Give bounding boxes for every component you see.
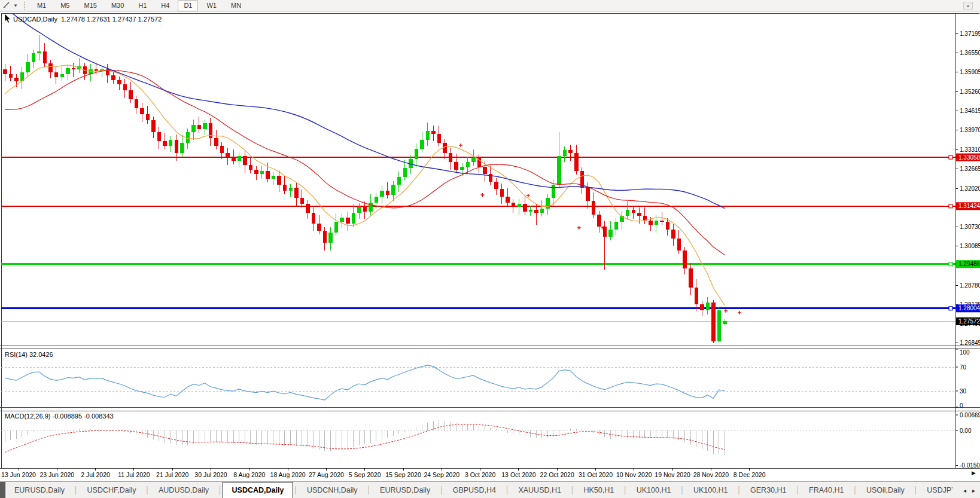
svg-text:28 Nov 2020: 28 Nov 2020 <box>693 471 729 478</box>
tab-separator: │ <box>218 482 223 498</box>
svg-text:23 Jun 2020: 23 Jun 2020 <box>39 471 74 478</box>
tab-ger30-h1[interactable]: GER30,H1 <box>741 482 795 498</box>
tab-gbpusd-h4[interactable]: GBPUSD,H4 <box>444 482 505 498</box>
tab-usdcad-daily[interactable]: USDCAD,Daily <box>223 482 294 498</box>
tab-scroll-arrows: ◂ ▸ <box>952 482 980 498</box>
tab-xauusd-h1[interactable]: XAUUSD,H1 <box>509 482 570 498</box>
tab-usdchf-daily[interactable]: USDCHF,Daily <box>78 482 145 498</box>
svg-text:-0.015075: -0.015075 <box>960 462 980 469</box>
svg-text:2 Jul 2020: 2 Jul 2020 <box>81 471 110 478</box>
svg-text:1.37195: 1.37195 <box>960 30 980 37</box>
svg-text:1.36550: 1.36550 <box>960 50 980 56</box>
tab-scroll-right-icon[interactable]: ▸ <box>972 487 975 494</box>
svg-text:1.35260: 1.35260 <box>960 88 980 95</box>
tab-eurusd-daily[interactable]: EURUSD,Daily <box>371 482 439 498</box>
svg-text:3 Oct 2020: 3 Oct 2020 <box>465 471 496 478</box>
tab-hk50-h1[interactable]: HK50,H1 <box>574 482 623 498</box>
svg-text:10 Nov 2020: 10 Nov 2020 <box>616 471 652 478</box>
scroll-to-end-arrow[interactable]: ▶ <box>972 470 976 476</box>
tab-separator: │ <box>439 482 444 498</box>
svg-text:1.29486: 1.29486 <box>958 261 980 267</box>
svg-text:1.30085: 1.30085 <box>960 243 980 249</box>
svg-text:13 Jun 2020: 13 Jun 2020 <box>1 471 36 478</box>
svg-text:1.32665: 1.32665 <box>960 166 980 172</box>
tab-uk100-h1[interactable]: UK100,H1 <box>684 482 737 498</box>
svg-text:13 Oct 2020: 13 Oct 2020 <box>501 471 535 478</box>
svg-text:1.33058: 1.33058 <box>958 154 980 161</box>
tab-separator: │ <box>145 482 150 498</box>
svg-text:0.006692: 0.006692 <box>960 412 980 418</box>
svg-text:1.34615: 1.34615 <box>960 108 980 114</box>
rsi-indicator-label: RSI(14) 32.0426 <box>5 351 53 358</box>
mouse-cursor-icon <box>4 14 12 26</box>
svg-text:1.27572: 1.27572 <box>958 318 980 325</box>
svg-text:22 Oct 2020: 22 Oct 2020 <box>540 471 574 478</box>
tab-scroll-left-icon[interactable]: ◂ <box>963 487 966 494</box>
tab-usdcnh-daily[interactable]: USDCNH,Daily <box>298 482 367 498</box>
svg-text:0: 0 <box>960 402 963 409</box>
svg-text:27 Aug 2020: 27 Aug 2020 <box>309 471 344 478</box>
svg-text:11 Jul 2020: 11 Jul 2020 <box>118 471 150 478</box>
chart-symbol-period: USDCAD,Daily <box>13 16 57 23</box>
chart-tabs-bar: EURUSD,Daily│USDCHF,Daily│AUDUSD,Daily│U… <box>0 481 980 498</box>
svg-text:24 Sep 2020: 24 Sep 2020 <box>424 471 460 478</box>
svg-text:100: 100 <box>960 349 970 356</box>
tab-separator: │ <box>293 482 298 498</box>
tab-separator: │ <box>505 482 510 498</box>
tab-separator: │ <box>680 482 684 498</box>
svg-text:1.33970: 1.33970 <box>960 127 980 133</box>
svg-text:1.32020: 1.32020 <box>960 185 980 192</box>
svg-text:21 Jul 2020: 21 Jul 2020 <box>156 471 188 478</box>
tab-separator: │ <box>367 482 372 498</box>
svg-text:1.28004: 1.28004 <box>958 305 980 311</box>
macd-indicator-label: MACD(12,26,9) -0.008895 -0.008343 <box>5 413 114 420</box>
svg-text:19 Nov 2020: 19 Nov 2020 <box>655 471 690 478</box>
svg-text:8 Dec 2020: 8 Dec 2020 <box>734 471 766 478</box>
tab-separator: │ <box>74 482 78 498</box>
tab-uk100-h1[interactable]: UK100,H1 <box>628 482 680 498</box>
tab-separator: │ <box>914 482 918 498</box>
svg-text:30: 30 <box>960 388 967 395</box>
tab-separator: │ <box>623 482 628 498</box>
chart-title: USDCAD,Daily 1.27478 1.27631 1.27437 1.2… <box>13 16 162 23</box>
svg-text:1.28780: 1.28780 <box>960 282 980 289</box>
tab-usoil-daily[interactable]: USOil,Daily <box>857 482 914 498</box>
tab-separator: │ <box>570 482 575 498</box>
svg-text:18 Aug 2020: 18 Aug 2020 <box>270 471 306 478</box>
svg-text:1.31424: 1.31424 <box>958 203 980 209</box>
svg-text:8 Aug 2020: 8 Aug 2020 <box>233 471 265 478</box>
svg-text:1.26845: 1.26845 <box>960 340 980 346</box>
tab-audusd-daily[interactable]: AUDUSD,Daily <box>150 482 218 498</box>
svg-text:31 Oct 2020: 31 Oct 2020 <box>579 471 613 478</box>
svg-text:5 Sep 2020: 5 Sep 2020 <box>349 471 381 478</box>
tab-fra40-h1[interactable]: FRA40,H1 <box>800 482 853 498</box>
partial-tab-sliver[interactable] <box>0 482 5 498</box>
tab-separator: │ <box>796 482 801 498</box>
price-chart[interactable]: 1.371951.365501.359051.352601.346151.339… <box>0 0 980 481</box>
tab-separator: │ <box>737 482 742 498</box>
svg-text:1.35905: 1.35905 <box>960 69 980 75</box>
tab-separator: │ <box>853 482 857 498</box>
svg-text:30 Jul 2020: 30 Jul 2020 <box>194 471 227 478</box>
tab-eurusd-daily[interactable]: EURUSD,Daily <box>5 482 74 498</box>
svg-text:0.00: 0.00 <box>960 427 972 434</box>
svg-text:70: 70 <box>960 364 967 371</box>
svg-text:15 Sep 2020: 15 Sep 2020 <box>385 471 421 478</box>
svg-text:1.33310: 1.33310 <box>960 146 980 153</box>
svg-text:1.30730: 1.30730 <box>960 224 980 230</box>
mt4-window: ▼ M1M5M15M30H1H4D1W1MN ▲ 1.371951.365501… <box>0 0 980 498</box>
chart-ohlc-values: 1.27478 1.27631 1.27437 1.27572 <box>61 16 162 23</box>
